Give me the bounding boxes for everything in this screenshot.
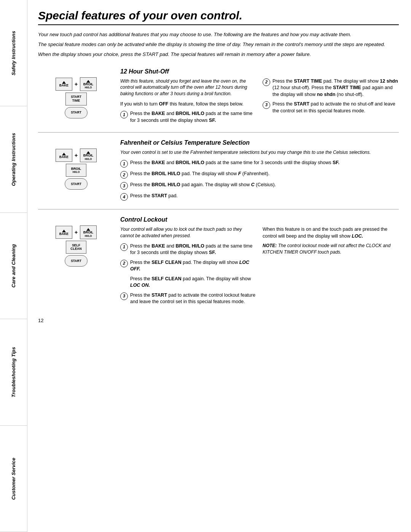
section3-intro: Your control will allow you to lock out …: [120, 226, 256, 239]
section2-intro: Your oven control is set to use the Fahr…: [120, 149, 399, 156]
section2-step4: 4 Press the START pad.: [120, 193, 399, 201]
start-oval-button-1: START: [65, 107, 88, 118]
section2-step2-text: Press the BROIL HI/LO pad. The display w…: [130, 171, 399, 177]
sidebar-section-care: Care and Cleaning: [0, 213, 27, 319]
section1-title: 12 Hour Shut-Off: [120, 68, 399, 75]
broil-button-2b: BROIL HI/LO: [66, 164, 86, 177]
section1-step3-text: Press the START pad to activate the no s…: [272, 101, 399, 114]
section2-step3-number: 3: [120, 182, 128, 190]
section3-step3-number: 3: [120, 292, 128, 300]
start-oval-button-3: START: [65, 255, 88, 267]
diagram2-row1: BAKE + BROIL HI/LO: [56, 149, 97, 162]
section1-step2-text: Press the START TIME pad. The display wi…: [272, 78, 399, 98]
section2-title: Fahrenheit or Celsius Temperature Select…: [120, 139, 399, 146]
bake-button-2: BAKE: [56, 149, 72, 162]
section3-step3: 3 Press the START pad to activate the co…: [120, 292, 256, 305]
plus-sign-1: +: [75, 81, 78, 87]
section3-step1-text: Press the BAKE and BROIL HI/LO pads at t…: [130, 243, 256, 256]
section3-step2-text: Press the SELF CLEAN pad. The display wi…: [130, 259, 256, 273]
section1-step1-text: Press the BAKE and BROIL HI/LO pads at t…: [130, 110, 256, 124]
section3-diagram: BAKE + BROIL HI/LO SELF CLEAN: [38, 216, 114, 308]
oven-diagram-1: BAKE + BROIL HI/LO START TIME: [56, 77, 97, 118]
diagram3-row1: BAKE + BROIL HI/LO: [56, 225, 97, 239]
broil-button-2a: BROIL HI/LO: [80, 149, 97, 162]
section2-content: Fahrenheit or Celsius Temperature Select…: [120, 139, 399, 204]
sidebar-section-customer: Customer Service: [0, 426, 27, 532]
sidebar-label-care: Care and Cleaning: [11, 244, 16, 288]
section1-intro: With this feature, should you forget and…: [120, 78, 256, 97]
sidebar-label-troubleshooting: Troubleshooting Tips: [11, 347, 16, 397]
page-title: Special features of your oven control.: [38, 9, 399, 25]
section1-diagram: BAKE + BROIL HI/LO START TIME: [38, 68, 114, 127]
section1-step1: 1 Press the BAKE and BROIL HI/LO pads at…: [120, 110, 256, 124]
section1-step2: 2 Press the START TIME pad. The display …: [263, 78, 399, 98]
section1-step3: 3 Press the START pad to activate the no…: [263, 101, 399, 114]
section-fahrenheit-celsius: BAKE + BROIL HI/LO BROIL HI/LO: [38, 133, 399, 209]
main-content: Special features of your oven control. Y…: [27, 0, 411, 532]
diagram3-row3: START: [65, 255, 88, 267]
intro-text-1: Your new touch pad control has additiona…: [38, 31, 399, 38]
section3-step3-text: Press the START pad to activate the cont…: [130, 292, 256, 305]
section3-step2-number: 2: [120, 260, 128, 267]
section3-step1-number: 1: [120, 243, 128, 251]
diagram1-row1: BAKE + BROIL HI/LO: [56, 77, 97, 91]
section3-step2: 2 Press the SELF CLEAN pad. The display …: [120, 259, 256, 273]
broil-button-1: BROIL HI/LO: [80, 77, 97, 91]
section3-step1: 1 Press the BAKE and BROIL HI/LO pads at…: [120, 243, 256, 256]
plus-sign-3: +: [75, 229, 78, 235]
section1-step1-number: 1: [120, 111, 128, 118]
sidebar-label-safety: Safety Instructions: [11, 31, 16, 75]
self-clean-button: SELF CLEAN: [66, 241, 86, 254]
section3-extra: Press the SELF CLEAN pad again. The disp…: [130, 276, 256, 289]
intro-text-2: The special feature modes can only be ac…: [38, 41, 399, 48]
section2-step3-text: Press the BROIL HI/LO pad again. The dis…: [130, 182, 399, 189]
sidebar: Safety Instructions Operating Instructio…: [0, 0, 27, 532]
sidebar-section-troubleshooting: Troubleshooting Tips: [0, 319, 27, 425]
diagram2-row2: BROIL HI/LO: [66, 164, 86, 177]
section1-turn-off: If you wish to turn OFF this feature, fo…: [120, 101, 256, 108]
section3-content: Control Lockout Your control will allow …: [120, 216, 399, 308]
section2-step2-number: 2: [120, 171, 128, 179]
sidebar-section-safety: Safety Instructions: [0, 0, 27, 106]
page-number: 12: [38, 318, 399, 323]
section-12-hour-shutoff: BAKE + BROIL HI/LO START TIME: [38, 61, 399, 133]
section1-step3-number: 3: [263, 101, 270, 109]
section1-content: 12 Hour Shut-Off With this feature, shou…: [120, 68, 399, 127]
section2-step1-number: 1: [120, 160, 128, 168]
section3-right-text: When this feature is on and the touch pa…: [263, 226, 399, 240]
diagram3-row2: SELF CLEAN: [66, 241, 86, 254]
sidebar-label-operating: Operating Instructions: [11, 133, 16, 186]
section2-step1: 1 Press the BAKE and BROIL HI/LO pads at…: [120, 160, 399, 168]
sidebar-section-operating: Operating Instructions: [0, 106, 27, 212]
section3-title: Control Lockout: [120, 216, 399, 223]
bake-button-1: BAKE: [56, 78, 72, 91]
start-time-button-1: START TIME: [65, 93, 87, 105]
diagram1-row3: START: [65, 107, 88, 118]
section2-step2: 2 Press the BROIL HI/LO pad. The display…: [120, 171, 399, 179]
section1-step2-number: 2: [263, 78, 270, 86]
section3-note: NOTE: The control lockout mode will not …: [263, 243, 399, 256]
section2-step4-number: 4: [120, 193, 128, 201]
diagram1-row2: START TIME: [65, 93, 87, 105]
diagram2-row3: START: [65, 178, 88, 190]
start-oval-button-2: START: [65, 178, 88, 190]
oven-diagram-3: BAKE + BROIL HI/LO SELF CLEAN: [56, 225, 97, 267]
section2-diagram: BAKE + BROIL HI/LO BROIL HI/LO: [38, 139, 114, 204]
plus-sign-2: +: [75, 152, 78, 158]
section-control-lockout: BAKE + BROIL HI/LO SELF CLEAN: [38, 209, 399, 314]
broil-button-3: BROIL HI/LO: [80, 225, 97, 239]
section2-step4-text: Press the START pad.: [130, 193, 399, 200]
section2-step1-text: Press the BAKE and BROIL HI/LO pads at t…: [130, 160, 399, 166]
intro-text-3: When the display shows your choice, pres…: [38, 51, 399, 58]
bake-button-3: BAKE: [56, 226, 72, 239]
oven-diagram-2: BAKE + BROIL HI/LO BROIL HI/LO: [56, 149, 97, 190]
sidebar-label-customer: Customer Service: [11, 458, 16, 500]
section2-step3: 3 Press the BROIL HI/LO pad again. The d…: [120, 182, 399, 190]
